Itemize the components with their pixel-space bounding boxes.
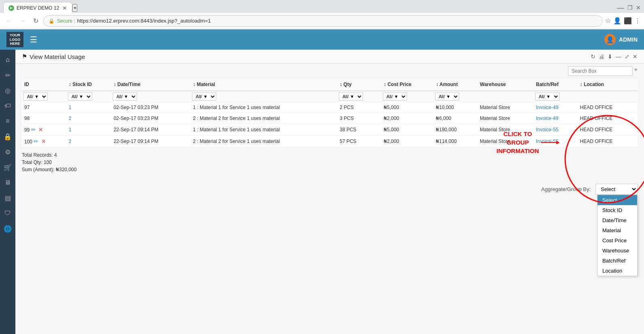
edit-icon-3[interactable]: ✏ (34, 138, 38, 145)
cell-material-1: 2 : Material 2 for Service 1 uses materi… (190, 113, 337, 124)
content-area: ⚑ View Material Usage ↻ 🖨 ⬇ — ⤢ ✕ + (15, 50, 644, 334)
dropdown-item-select[interactable]: Select (598, 195, 637, 205)
user-avatar-icon: 👤 (604, 34, 616, 45)
stock-id-link-2[interactable]: 1 (69, 127, 72, 132)
forward-button[interactable]: → (17, 16, 28, 26)
cell-amount-2: ₦190,000 (433, 124, 477, 136)
cell-cost-price-0: ₦5,000 (381, 102, 433, 113)
stock-id-link-1[interactable]: 2 (69, 116, 72, 121)
filter-amount-select[interactable]: All/ ▼ (435, 92, 459, 101)
total-records: Total Records: 4 (22, 152, 638, 158)
sidebar-item-cart[interactable]: 🛒 (1, 160, 15, 174)
dropdown-item-stock-id[interactable]: Stock ID (598, 205, 637, 215)
tab-title: ERPREV DEMO 12 (17, 5, 59, 11)
reload-button[interactable]: ↻ (31, 15, 41, 26)
menu-icon[interactable]: ⋮ (634, 17, 641, 25)
table-filter-row: All/ ▼ All/ ▼ All/ ▼ All/ ▼ All/ ▼ All/ … (22, 91, 638, 102)
browser-nav-extras: ☆ 👤 ⬛ ⋮ (605, 17, 641, 25)
sidebar-item-edit[interactable]: ✏ (1, 68, 15, 82)
minimize-page-icon[interactable]: — (616, 53, 621, 60)
filter-stock-id-select[interactable]: All/ ▼ (68, 92, 92, 101)
table-container: ID ↕ Stock ID ↕ Date/Time ↕ Material ↕ Q… (15, 78, 644, 147)
sidebar-item-globe[interactable]: 🌐 (1, 222, 15, 235)
dropdown-item-warehouse[interactable]: Warehouse (598, 246, 637, 256)
dropdown-item-cost-price[interactable]: Cost Price (598, 235, 637, 246)
col-material: ↕ Material (190, 78, 337, 91)
close-page-icon[interactable]: ✕ (633, 53, 638, 60)
user-account-icon[interactable]: 👤 (613, 17, 621, 25)
dropdown-item-material[interactable]: Material (598, 225, 637, 235)
dropdown-item-datetime[interactable]: Date/Time (598, 215, 637, 225)
filter-qty-select[interactable]: All/ ▼ (339, 92, 363, 101)
new-tab-button[interactable]: + (72, 4, 77, 12)
search-plus-icon[interactable]: + (634, 66, 638, 76)
filter-cost-price-select[interactable]: All/ ▼ (383, 92, 407, 101)
cell-amount-0: ₦10,000 (433, 102, 477, 113)
tab-close-button[interactable]: ✕ (62, 5, 67, 11)
back-button[interactable]: ← (3, 16, 15, 26)
delete-icon-3[interactable]: ✕ (41, 138, 46, 145)
batch-ref-link-0[interactable]: Invoice-49 (536, 105, 558, 110)
hamburger-menu-button[interactable]: ☰ (30, 35, 37, 44)
download-icon[interactable]: ⬇ (608, 53, 612, 60)
filter-material: All/ ▼ (190, 91, 337, 102)
table-row: 99 ✏ ✕ 1 22-Sep-17 09:14 PM 1 : Material… (22, 124, 638, 136)
batch-ref-link-3[interactable]: Invoice-55 (536, 139, 558, 144)
bookmark-star-icon[interactable]: ☆ (605, 17, 611, 25)
stock-id-link-0[interactable]: 1 (69, 105, 72, 110)
delete-icon-2[interactable]: ✕ (38, 126, 43, 133)
cell-qty-1: 3 PCS (337, 113, 381, 124)
sidebar-item-gear[interactable]: ⚙ (1, 145, 15, 159)
cell-id-3: 100 ✏ ✕ (22, 136, 66, 147)
filter-id-select[interactable]: All/ ▼ (23, 92, 48, 101)
address-bar[interactable]: 🔒 Secure | https://demo12.erprev.com:844… (43, 15, 603, 27)
maximize-button[interactable]: ❐ (627, 4, 633, 11)
sidebar-item-lock[interactable]: 🔒 (1, 130, 15, 143)
cell-material-2: 1 : Material 1 for Service 1 uses materi… (190, 124, 337, 136)
dropdown-item-location[interactable]: Location (598, 266, 637, 276)
search-input[interactable] (568, 66, 633, 76)
filter-batch-ref-select[interactable]: All/ ▼ (535, 92, 560, 101)
filter-amount: All/ ▼ (433, 91, 477, 102)
batch-ref-link-2[interactable]: Invoice-55 (536, 127, 558, 132)
refresh-icon[interactable]: ↻ (591, 53, 595, 60)
print-icon[interactable]: 🖨 (599, 53, 604, 60)
col-stock-id-label: ↕ Stock ID (69, 82, 92, 87)
page-title-icon: ⚑ (22, 53, 27, 60)
sidebar-item-list[interactable]: ≡ (1, 114, 15, 128)
page-title-text: View Material Usage (30, 53, 85, 60)
secure-label: Secure (57, 18, 72, 24)
sidebar-item-stack[interactable]: ▤ (1, 191, 15, 205)
expand-page-icon[interactable]: ⤢ (625, 53, 629, 60)
batch-ref-link-1[interactable]: Invoice-49 (536, 116, 558, 121)
lock-icon: 🔒 (49, 18, 55, 24)
close-window-button[interactable]: ✕ (636, 4, 641, 11)
sidebar: ⌂ ✏ ◎ 🏷 ≡ 🔒 ⚙ 🛒 🖥 ▤ 🛡 🌐 (0, 50, 15, 334)
edit-icon-2[interactable]: ✏ (31, 126, 36, 133)
cell-location-0: HEAD OFFICE (578, 102, 638, 113)
sidebar-item-shield[interactable]: 🛡 (1, 206, 15, 220)
filter-datetime-select[interactable]: All/ ▼ (113, 92, 137, 101)
cell-datetime-1: 02-Sep-17 03:23 PM (111, 113, 190, 124)
search-row: + (15, 64, 644, 78)
dropdown-item-batch-ref[interactable]: Batch/Ref (598, 256, 637, 266)
sidebar-item-screen[interactable]: 🖥 (1, 176, 15, 189)
page-title: ⚑ View Material Usage (22, 53, 85, 60)
cell-id-0: 97 (22, 102, 66, 113)
browser-tab-active[interactable]: ▶ ERPREV DEMO 12 ✕ (3, 2, 72, 13)
col-datetime: ↕ Date/Time (111, 78, 190, 91)
extensions-icon[interactable]: ⬛ (624, 17, 632, 25)
minimize-button[interactable]: — (617, 4, 624, 12)
cell-amount-3: ₦114,000 (433, 136, 477, 147)
cell-stock-id-3: 2 (66, 136, 111, 147)
sidebar-item-circle[interactable]: ◎ (1, 84, 15, 97)
col-batch-ref: Batch/Ref (534, 78, 578, 91)
stock-id-link-3[interactable]: 2 (69, 139, 72, 144)
cell-datetime-3: 22-Sep-17 09:14 PM (111, 136, 190, 147)
sum-amount: Sum (Amount): ₦320,000 (22, 167, 638, 172)
filter-material-select[interactable]: All/ ▼ (192, 92, 216, 101)
browser-chrome: ▶ ERPREV DEMO 12 ✕ + — ❐ ✕ ← → ↻ 🔒 Secur… (0, 0, 644, 29)
sidebar-item-home[interactable]: ⌂ (1, 53, 15, 67)
sidebar-item-tag[interactable]: 🏷 (1, 99, 15, 113)
aggregate-select[interactable]: SelectStock IDDate/TimeMaterialCost Pric… (595, 184, 638, 195)
